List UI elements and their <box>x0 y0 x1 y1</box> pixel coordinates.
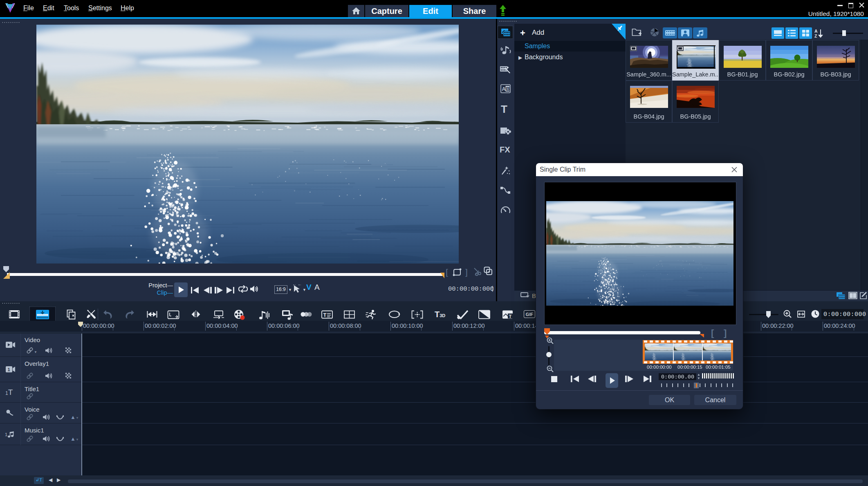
svg-text:T: T <box>509 314 512 319</box>
svg-text:T: T <box>323 312 327 318</box>
svg-text:B: B <box>506 86 510 92</box>
svg-text:1: 1 <box>5 432 7 437</box>
svg-text:Z: Z <box>814 34 817 38</box>
svg-text:1: 1 <box>8 367 10 372</box>
svg-text:A: A <box>502 86 506 92</box>
svg-text:A: A <box>814 29 818 34</box>
